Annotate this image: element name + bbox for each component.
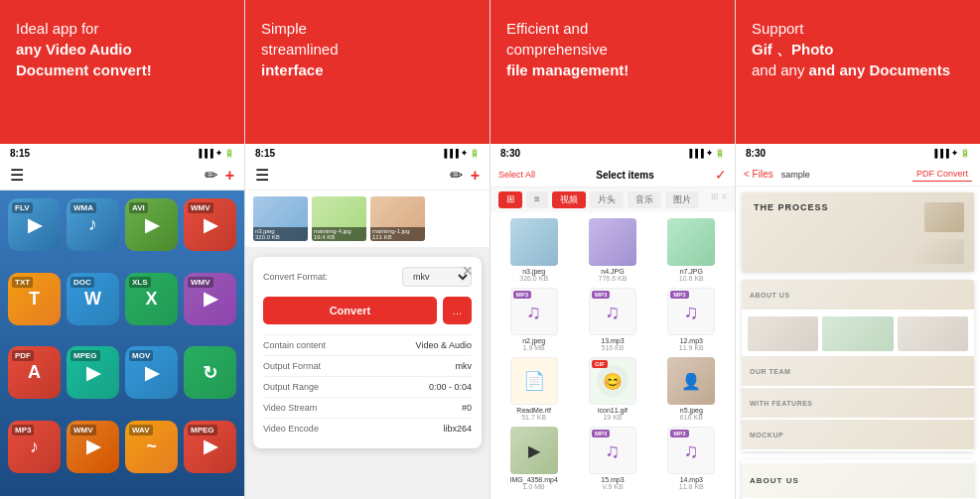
convert-button[interactable]: Convert [263,297,437,324]
icon-wmv-2[interactable]: WMV▶ [184,273,236,325]
doc-section-our-team: OUR TEAM [742,356,974,386]
status-bar-4: 8:30 ▐▐▐ ✦ 🔋 [736,144,980,163]
icon-wav[interactable]: WAV~ [125,421,178,473]
fm-file-14mp3[interactable]: MP3 ♫ 14.mp3 11.8 KB [654,427,729,492]
check-icon[interactable]: ✓ [715,167,727,183]
dialog-close-button[interactable]: ✕ [462,263,474,279]
pencil-icon-2[interactable]: ✏ [450,166,463,185]
fm-tab-video[interactable]: 视频 [552,191,586,208]
file-thumb-1[interactable]: n3.jpeg320.0 KB [253,196,308,241]
file-thumb-icon11: GIF 😊 [589,357,636,405]
doc-screen: 8:30 ▐▐▐ ✦ 🔋 < Files sample PDF Convert … [736,144,980,499]
badge-mp3-5: MP3 [670,430,688,437]
file-thumb-n7 [667,218,715,266]
fm-file-n2[interactable]: MP3 ♫ n2.jpeg 1.9 MB [496,288,571,353]
icon-doc[interactable]: DOCW [67,273,119,325]
info-row-format: Output Format mkv [263,355,472,376]
file-thumb-imgmp4: ▶ [510,427,558,474]
fm-file-n4[interactable]: n4.JPG 776.6 KB [575,218,649,284]
status-bar-2: 8:15 ▐▐▐ ✦ 🔋 [245,144,490,163]
icon-txt[interactable]: TXTT [8,273,61,325]
fm-tab-grid[interactable]: ⊞ [498,191,522,208]
convert-screen: 8:15 ▐▐▐ ✦ 🔋 ☰ ✏ + n3.jpeg320.0 KB maini… [245,144,490,499]
fm-file-13mp3[interactable]: MP3 ♫ 13.mp3 516 KB [575,288,649,353]
icon-mpeg-2[interactable]: MPEG▶ [184,421,236,473]
panel-1-body: 8:15 ▐▐▐ ✦ 🔋 ☰ ✏ + FLV▶ WMA♪ AVI▶ WMV▶ T… [0,144,244,499]
file-thumb-n3 [510,218,558,266]
file-name-3: mainimg-1.jpg111 KB [370,227,425,241]
icon-xls[interactable]: XLSX [125,273,178,325]
icon-wmv-3[interactable]: WMV▶ [67,421,119,473]
doc-page-sections: ABOUT US OUR TEAM WITH FEATURES MOCKU [742,280,974,451]
pencil-icon-1[interactable]: ✏ [205,166,217,185]
convert-dialog: ✕ Convert Format: mkv Convert ... Contai… [253,257,482,448]
doc-img-2 [822,316,893,351]
icon-mp3[interactable]: MP3♪ [8,421,61,473]
fm-file-n3[interactable]: n3.jpeg 326.0 KB [496,218,571,284]
info-row-range: Output Range 0:00 - 0:04 [263,376,472,397]
file-thumb-2[interactable]: mainimg-4.jpg19.4 KB [312,196,366,241]
panel-3: Efficient and comprehensive file managem… [490,0,736,499]
fm-file-15mp3[interactable]: MP3 ♫ 15.mp3 V.9 KB [575,427,649,492]
panel-3-body: 8:30 ▐▐▐ ✦ 🔋 Select All Select items ✓ ⊞… [490,144,735,499]
status-icons-3: ▐▐▐ ✦ 🔋 [687,149,725,158]
file-manager-screen: 8:30 ▐▐▐ ✦ 🔋 Select All Select items ✓ ⊞… [490,144,735,499]
icon-avi[interactable]: AVI▶ [125,198,178,251]
fm-file-n5[interactable]: 👤 n5.jpeg 616 KB [654,357,729,423]
file-thumb-n4 [589,218,636,266]
file-thumb-n5: 👤 [667,357,715,405]
more-button[interactable]: ... [443,297,472,324]
convert-buttons: Convert ... [263,297,472,324]
panel-3-tagline: Efficient and comprehensive file managem… [506,18,719,80]
toolbar-actions-2: ✏ + [450,166,480,185]
select-all-button[interactable]: Select All [498,170,535,180]
doc-cover-image [924,202,964,232]
doc-img-3 [898,316,968,351]
fm-tab-music[interactable]: 音乐 [628,191,661,208]
menu-icon-2[interactable]: ☰ [255,166,269,185]
doc-tab-sample[interactable]: sample [777,168,814,182]
badge-mp3-2: MP3 [592,291,610,299]
fm-file-n7[interactable]: n7.JPG 10.6 KB [654,218,729,284]
file-thumb-12mp3: MP3 ♫ [667,288,715,335]
doc-tab-convert[interactable]: PDF Convert [912,167,972,182]
status-time-4: 8:30 [746,148,766,159]
music-icon-5: ♫ [684,439,699,462]
icon-wma[interactable]: WMA♪ [67,198,119,251]
file-thumb-readme: 📄 [510,357,558,405]
file-thumb-13mp3: MP3 ♫ [589,288,636,335]
fm-tab-header[interactable]: 片头 [590,191,624,208]
icon-wmv-1[interactable]: WMV▶ [184,198,236,251]
status-time-3: 8:30 [500,148,520,159]
fm-file-readme[interactable]: 📄 ReadMe.rtf 51.7 KB [496,357,571,423]
panel-2-tagline: Simple streamlined interface [261,18,474,80]
plus-icon-1[interactable]: + [225,167,234,185]
icon-mov[interactable]: MOV▶ [125,346,178,399]
icon-mpeg[interactable]: MPEG▶ [67,346,119,399]
icon-rotate[interactable]: ↻ [184,346,236,399]
panel-3-header: Efficient and comprehensive file managem… [490,0,735,144]
panel-4-tagline: Support Gif 、Photo and any and any Docum… [752,18,964,80]
panel-4-header: Support Gif 、Photo and any and any Docum… [736,0,980,144]
doc-back-button[interactable]: < Files [744,169,773,180]
file-list: n3.jpeg320.0 KB mainimg-4.jpg19.4 KB mai… [245,190,490,247]
fm-file-imgmp4[interactable]: ▶ IMG_4358.mp4 1.0 MB [496,427,571,492]
file-thumb-3[interactable]: mainimg-1.jpg111 KB [370,196,425,241]
icon-pdf[interactable]: PDFA [8,346,61,399]
fm-header: Select All Select items ✓ [490,163,735,187]
fm-tab-list[interactable]: ≡ [526,191,548,208]
music-icon-1: ♫ [526,301,541,323]
plus-icon-2[interactable]: + [471,167,480,185]
menu-icon-1[interactable]: ☰ [10,166,24,185]
app-icon-grid: FLV▶ WMA♪ AVI▶ WMV▶ TXTT DOCW XLSX WMV▶ … [0,190,244,496]
fm-file-icon11[interactable]: GIF 😊 icon11.gif 19 KB [575,357,649,423]
view-toggle[interactable]: ⊞ ≡ [711,191,727,208]
doc-about-section: ABOUT US [742,463,974,498]
fm-file-12mp3[interactable]: MP3 ♫ 12.mp3 11.9 KB [654,288,729,353]
panel-1-header: Ideal app for any Video Audio Document c… [0,0,244,144]
icon-flv[interactable]: FLV▶ [8,198,61,251]
doc-section-features: WITH FEATURES [742,388,974,418]
doc-section-about-us: ABOUT US [742,280,974,310]
convert-format-row: Convert Format: mkv [263,267,472,287]
fm-tab-photo[interactable]: 图片 [665,191,699,208]
